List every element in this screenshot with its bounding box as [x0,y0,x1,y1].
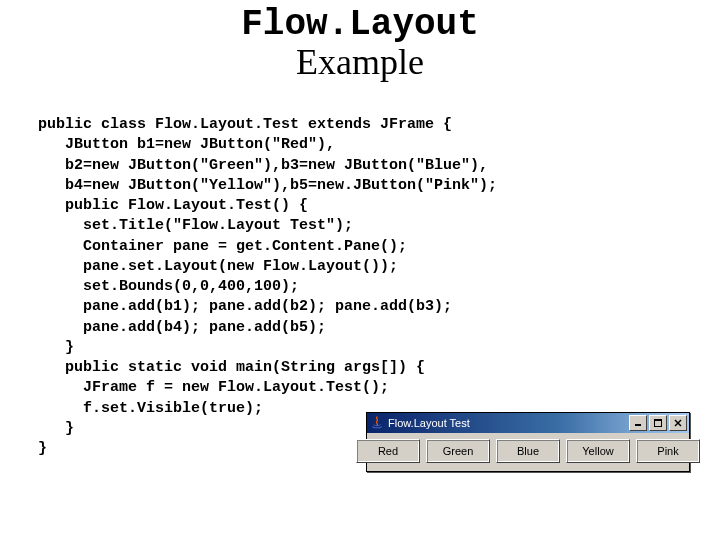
window-controls [629,415,687,431]
code-block: public class Flow.Layout.Test extends JF… [38,115,497,459]
button-green[interactable]: Green [426,439,490,463]
slide-title: Flow.Layout Example [0,0,720,82]
window-titlebar[interactable]: Flow.Layout Test [367,413,689,433]
button-blue[interactable]: Blue [496,439,560,463]
close-button[interactable] [669,415,687,431]
window-client-area: Red Green Blue Yellow Pink [367,433,689,471]
slide: Flow.Layout Example public class Flow.La… [0,0,720,540]
title-line-1: Flow.Layout [0,6,720,44]
example-window: Flow.Layout Test Red Green Blue Yellow P… [366,412,690,472]
button-red[interactable]: Red [356,439,420,463]
button-yellow[interactable]: Yellow [566,439,630,463]
title-line-2: Example [0,44,720,82]
window-title: Flow.Layout Test [388,417,629,429]
java-icon [370,416,384,430]
button-pink[interactable]: Pink [636,439,700,463]
maximize-button[interactable] [649,415,667,431]
minimize-button[interactable] [629,415,647,431]
